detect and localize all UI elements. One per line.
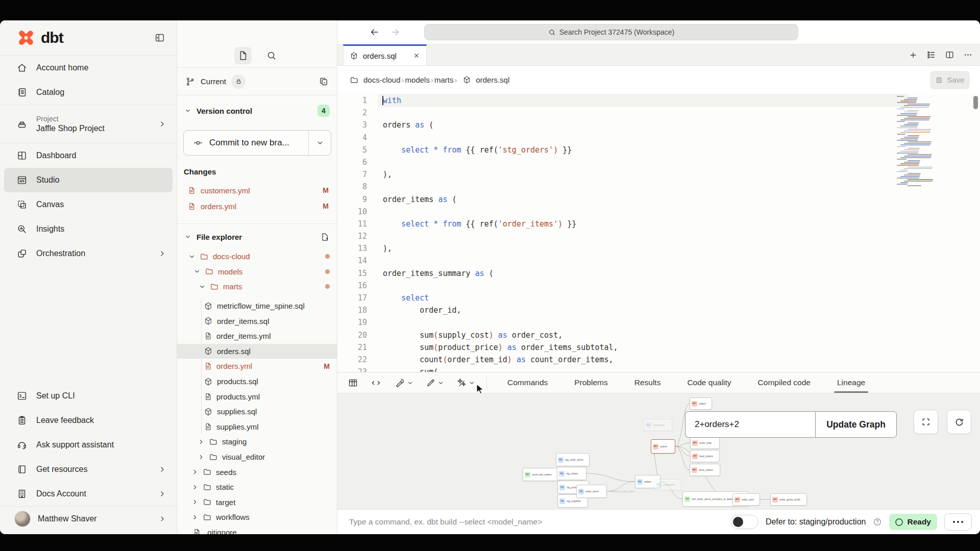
new-file-icon[interactable] [320, 232, 330, 242]
tree-item-seeds[interactable]: seeds [177, 464, 337, 480]
code-line-8[interactable]: 8 [337, 181, 980, 193]
collapse-sidebar-icon[interactable] [154, 32, 165, 43]
sidebar-item-jaffle-shop-project[interactable]: ProjectJaffle Shop Project [0, 105, 177, 143]
code-line-23[interactable]: 23 sum( [337, 366, 980, 372]
tree-item-models[interactable]: models [177, 264, 337, 280]
lineage-node-m-orders[interactable]: MRTorders [690, 397, 712, 410]
panel-tab-commands[interactable]: Commands [494, 372, 561, 393]
split-editor-icon[interactable] [945, 50, 954, 60]
scrollbar-thumb[interactable] [973, 96, 978, 109]
version-control-header[interactable]: Version control 4 [177, 102, 337, 119]
tree-item-visual_editor[interactable]: visual_editor [177, 449, 337, 465]
code-line-9[interactable]: 9order_items as ( [337, 193, 980, 206]
panel-tab-problems[interactable]: Problems [561, 372, 621, 393]
sidebar-item-leave-feedback[interactable]: Leave feedback [0, 408, 177, 433]
code-line-6[interactable]: 6 [337, 156, 980, 168]
changed-file-orders-yml[interactable]: orders.ymlM [177, 198, 337, 214]
sidebar-item-get-resources[interactable]: Get resources [0, 457, 177, 482]
code-line-3[interactable]: 3orders as ( [337, 119, 980, 131]
tree-item-supplies-yml[interactable]: supplies.yml [177, 419, 337, 435]
sidebar-item-orchestration[interactable]: Orchestration [0, 241, 177, 266]
dbt-logo[interactable]: dbt [15, 27, 63, 48]
code-line-22[interactable]: 22 count(order_item_id) as count_order_i… [337, 354, 980, 366]
tree-item-docs-cloud[interactable]: docs-cloud [177, 249, 337, 264]
code-line-4[interactable]: 4 [337, 132, 980, 144]
minimap[interactable] [897, 96, 938, 188]
file-explorer-header[interactable]: File explorer [177, 229, 337, 245]
lineage-node-drink-orders[interactable]: MRTdrink_orders [690, 464, 720, 476]
tree-item-order_items-sql[interactable]: order_items.sql [177, 313, 337, 329]
lineage-node-stg-orders[interactable]: SQLstg_orders [557, 467, 586, 480]
lineage-node-order-items[interactable]: SQLorder_items [576, 485, 607, 498]
sidebar-item-insights[interactable]: Insights [0, 217, 177, 241]
forward-icon[interactable] [389, 27, 401, 38]
sidebar-item-docs-account[interactable]: Docs Account [0, 482, 177, 506]
tree-item-supplies-sql[interactable]: supplies.sql [177, 404, 337, 419]
tree-item-products-sql[interactable]: products.sql [177, 374, 337, 389]
breadcrumb-file[interactable]: orders.sql [476, 76, 509, 84]
sidebar-item-canvas[interactable]: Canvas [0, 192, 177, 217]
tree-item-static[interactable]: static [177, 480, 337, 495]
lineage-node-orders-sel[interactable]: MRTorders [651, 439, 675, 454]
files-view-button[interactable] [234, 47, 252, 64]
commit-button[interactable]: Commit to new bra... [183, 130, 331, 156]
code-line-2[interactable]: 2 [337, 107, 980, 119]
fullscreen-button[interactable] [914, 410, 938, 434]
help-icon[interactable] [873, 517, 882, 527]
more-options-icon[interactable] [963, 50, 973, 60]
lineage-node-food-orders[interactable]: MRTfood_orders [690, 450, 720, 462]
tree-item-orders-sql[interactable]: orders.sql [177, 344, 337, 359]
lineage-node-raw-orders[interactable]: SRCecom.raw_orders [523, 468, 559, 481]
code-line-5[interactable]: 5 select * from {{ ref('stg_orders') }} [337, 144, 980, 156]
lineage-node-order-total[interactable]: MRTorder_total [690, 437, 720, 449]
breadcrumb-segment[interactable]: models [405, 76, 430, 84]
format-icon[interactable] [426, 378, 444, 388]
changed-file-customers-yml[interactable]: customers.ymlM [177, 183, 337, 198]
defer-toggle[interactable] [731, 515, 758, 529]
tree-item-workflows[interactable]: workflows [177, 510, 337, 525]
code-icon[interactable] [371, 378, 381, 388]
outline-icon[interactable] [926, 50, 936, 60]
lineage-node-ghost1[interactable]: SQLcustomers [644, 419, 672, 431]
back-icon[interactable] [369, 27, 380, 38]
code-line-7[interactable]: 7), [337, 168, 980, 181]
breadcrumb-segment[interactable]: marts [434, 76, 454, 84]
project-search-bar[interactable]: Search Project 372475 (Workspace) [424, 24, 798, 40]
breadcrumb-segment[interactable]: docs-cloud [363, 76, 401, 84]
code-line-16[interactable]: 16 [337, 280, 980, 292]
tree-item-marts[interactable]: marts [177, 279, 337, 294]
code-line-18[interactable]: 18 order_id, [337, 304, 980, 316]
code-line-21[interactable]: 21 sum(product_price) as order_items_sub… [337, 341, 980, 354]
code-line-20[interactable]: 20 sum(supply_cost) as order_cost, [337, 329, 980, 341]
sidebar-item-studio[interactable]: Studio [4, 168, 173, 192]
code-editor[interactable]: 1with23orders as (45 select * from {{ re… [337, 94, 980, 372]
tree-item-products-yml[interactable]: products.yml [177, 389, 337, 404]
build-tools-icon[interactable] [395, 378, 413, 388]
sidebar-item-account-home[interactable]: Account home [0, 56, 177, 80]
tree-item-metricflow_time_spine-sql[interactable]: metricflow_time_spine.sql [177, 298, 337, 314]
tree-item-orders-yml[interactable]: orders.ymlM [177, 359, 337, 374]
update-graph-button[interactable]: Update Graph [815, 411, 897, 438]
tree-item-staging[interactable]: staging [177, 434, 337, 449]
tree-item-order_items-yml[interactable]: order_items.yml [177, 329, 337, 344]
panel-tab-lineage[interactable]: Lineage [824, 372, 878, 393]
sidebar-item-dashboard[interactable]: Dashboard [0, 143, 177, 168]
tab-orders-sql[interactable]: orders.sql [343, 44, 427, 65]
sidebar-user[interactable]: Matthew Shaver [0, 507, 177, 531]
copy-icon[interactable] [318, 77, 329, 87]
refresh-button[interactable] [947, 410, 971, 434]
tree-item--gitignore[interactable]: .gitignore [177, 525, 337, 534]
sidebar-item-catalog[interactable]: Catalog [0, 80, 177, 105]
panel-tab-compiled-code[interactable]: Compiled code [745, 372, 824, 393]
results-table-icon[interactable] [348, 378, 358, 388]
lineage-canvas[interactable]: Update Graph SRCecom.raw_ordersSQLstg_or… [337, 393, 980, 509]
sidebar-item-ask-support-assistant[interactable]: Ask support assistant [0, 433, 177, 457]
save-button[interactable]: Save [930, 71, 970, 89]
commit-dropdown-button[interactable] [308, 131, 331, 155]
code-line-10[interactable]: 10 [337, 206, 980, 218]
lineage-node-order-cost[interactable]: MRTorder_cost [732, 493, 760, 506]
lineage-selector-input[interactable] [685, 411, 815, 438]
branch-row[interactable]: Current [177, 68, 337, 95]
code-line-19[interactable]: 19 [337, 316, 980, 329]
ai-fix-icon[interactable] [456, 378, 475, 388]
